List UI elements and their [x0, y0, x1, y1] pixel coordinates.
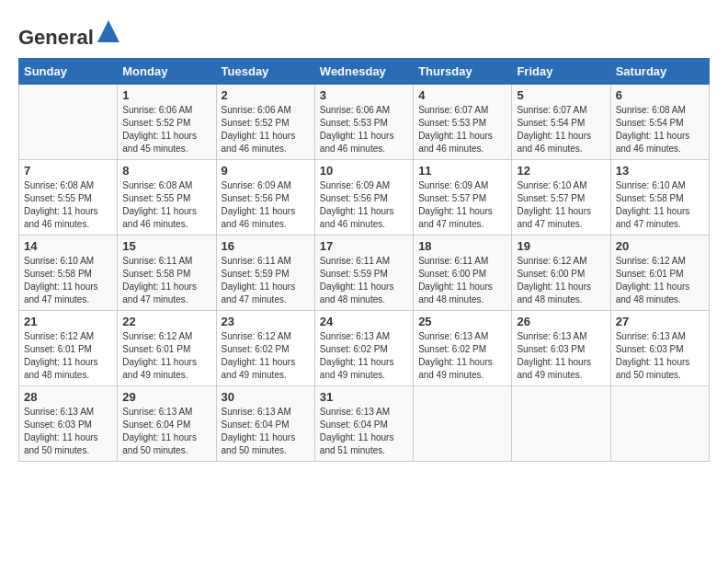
day-number: 18 — [418, 239, 506, 253]
logo-text: General — [18, 18, 121, 49]
day-number: 30 — [222, 390, 310, 404]
day-info: Sunrise: 6:13 AMSunset: 6:02 PMDaylight:… — [320, 330, 408, 382]
day-cell: 26Sunrise: 6:13 AMSunset: 6:03 PMDayligh… — [512, 311, 610, 386]
day-cell: 10Sunrise: 6:09 AMSunset: 5:56 PMDayligh… — [314, 160, 413, 236]
day-info: Sunrise: 6:08 AMSunset: 5:55 PMDaylight:… — [122, 179, 210, 231]
day-cell: 2Sunrise: 6:06 AMSunset: 5:52 PMDaylight… — [216, 85, 314, 160]
header-row: SundayMondayTuesdayWednesdayThursdayFrid… — [19, 59, 710, 85]
day-info: Sunrise: 6:13 AMSunset: 6:04 PMDaylight:… — [222, 406, 310, 457]
day-info: Sunrise: 6:13 AMSunset: 6:03 PMDaylight:… — [517, 330, 605, 382]
day-number: 7 — [24, 164, 112, 178]
day-number: 1 — [122, 88, 210, 102]
day-cell: 27Sunrise: 6:13 AMSunset: 6:03 PMDayligh… — [610, 311, 709, 386]
day-cell: 25Sunrise: 6:13 AMSunset: 6:02 PMDayligh… — [414, 311, 512, 386]
day-number: 19 — [517, 239, 605, 253]
column-header-monday: Monday — [118, 59, 216, 85]
day-number: 15 — [122, 239, 210, 253]
day-info: Sunrise: 6:08 AMSunset: 5:55 PMDaylight:… — [24, 179, 112, 231]
day-number: 28 — [24, 390, 112, 404]
day-info: Sunrise: 6:06 AMSunset: 5:52 PMDaylight:… — [222, 104, 310, 155]
day-cell: 31Sunrise: 6:13 AMSunset: 6:04 PMDayligh… — [314, 386, 413, 462]
day-info: Sunrise: 6:13 AMSunset: 6:04 PMDaylight:… — [320, 406, 408, 457]
day-cell: 13Sunrise: 6:10 AMSunset: 5:58 PMDayligh… — [610, 160, 709, 236]
column-header-tuesday: Tuesday — [216, 59, 314, 85]
day-info: Sunrise: 6:13 AMSunset: 6:04 PMDaylight:… — [122, 406, 210, 457]
logo-icon — [96, 18, 121, 44]
week-row-4: 21Sunrise: 6:12 AMSunset: 6:01 PMDayligh… — [19, 311, 710, 386]
day-info: Sunrise: 6:12 AMSunset: 6:01 PMDaylight:… — [616, 255, 704, 306]
logo-general: General — [18, 26, 94, 49]
day-info: Sunrise: 6:12 AMSunset: 6:01 PMDaylight:… — [122, 330, 210, 382]
day-cell: 12Sunrise: 6:10 AMSunset: 5:57 PMDayligh… — [512, 160, 610, 236]
week-row-1: 1Sunrise: 6:06 AMSunset: 5:52 PMDaylight… — [19, 85, 710, 160]
day-number: 10 — [320, 164, 408, 178]
day-cell — [414, 386, 512, 462]
day-number: 4 — [418, 88, 506, 102]
day-cell: 1Sunrise: 6:06 AMSunset: 5:52 PMDaylight… — [118, 85, 216, 160]
day-cell: 17Sunrise: 6:11 AMSunset: 5:59 PMDayligh… — [314, 236, 413, 311]
day-number: 27 — [616, 315, 704, 328]
day-cell: 20Sunrise: 6:12 AMSunset: 6:01 PMDayligh… — [610, 236, 709, 311]
column-header-wednesday: Wednesday — [314, 59, 413, 85]
day-info: Sunrise: 6:10 AMSunset: 5:57 PMDaylight:… — [517, 179, 605, 231]
column-header-friday: Friday — [512, 59, 610, 85]
day-info: Sunrise: 6:13 AMSunset: 6:03 PMDaylight:… — [616, 330, 704, 382]
day-info: Sunrise: 6:13 AMSunset: 6:03 PMDaylight:… — [24, 406, 112, 457]
day-cell: 9Sunrise: 6:09 AMSunset: 5:56 PMDaylight… — [216, 160, 314, 236]
day-cell: 15Sunrise: 6:11 AMSunset: 5:58 PMDayligh… — [118, 236, 216, 311]
column-header-thursday: Thursday — [414, 59, 512, 85]
day-number: 26 — [517, 315, 605, 328]
day-number: 22 — [122, 315, 210, 328]
day-cell: 14Sunrise: 6:10 AMSunset: 5:58 PMDayligh… — [19, 236, 118, 311]
day-cell: 21Sunrise: 6:12 AMSunset: 6:01 PMDayligh… — [19, 311, 118, 386]
day-number: 16 — [222, 239, 310, 253]
week-row-2: 7Sunrise: 6:08 AMSunset: 5:55 PMDaylight… — [19, 160, 710, 236]
day-number: 11 — [418, 164, 506, 178]
day-info: Sunrise: 6:10 AMSunset: 5:58 PMDaylight:… — [24, 255, 112, 306]
day-info: Sunrise: 6:06 AMSunset: 5:53 PMDaylight:… — [320, 104, 408, 155]
day-info: Sunrise: 6:09 AMSunset: 5:56 PMDaylight:… — [222, 179, 310, 231]
day-number: 8 — [122, 164, 210, 178]
day-cell: 22Sunrise: 6:12 AMSunset: 6:01 PMDayligh… — [118, 311, 216, 386]
day-number: 3 — [320, 88, 408, 102]
day-cell — [19, 85, 118, 160]
day-info: Sunrise: 6:06 AMSunset: 5:52 PMDaylight:… — [122, 104, 210, 155]
day-number: 24 — [320, 315, 408, 328]
day-number: 17 — [320, 239, 408, 253]
week-row-3: 14Sunrise: 6:10 AMSunset: 5:58 PMDayligh… — [19, 236, 710, 311]
day-info: Sunrise: 6:11 AMSunset: 5:58 PMDaylight:… — [122, 255, 210, 306]
day-number: 31 — [320, 390, 408, 404]
day-info: Sunrise: 6:12 AMSunset: 6:01 PMDaylight:… — [24, 330, 112, 382]
svg-marker-0 — [97, 20, 119, 42]
day-cell: 28Sunrise: 6:13 AMSunset: 6:03 PMDayligh… — [19, 386, 118, 462]
day-cell: 23Sunrise: 6:12 AMSunset: 6:02 PMDayligh… — [216, 311, 314, 386]
page-header: General — [18, 18, 710, 49]
day-cell: 16Sunrise: 6:11 AMSunset: 5:59 PMDayligh… — [216, 236, 314, 311]
day-cell: 18Sunrise: 6:11 AMSunset: 6:00 PMDayligh… — [414, 236, 512, 311]
day-info: Sunrise: 6:09 AMSunset: 5:56 PMDaylight:… — [320, 179, 408, 231]
day-cell: 4Sunrise: 6:07 AMSunset: 5:53 PMDaylight… — [414, 85, 512, 160]
day-number: 20 — [616, 239, 704, 253]
day-info: Sunrise: 6:08 AMSunset: 5:54 PMDaylight:… — [616, 104, 704, 155]
day-number: 14 — [24, 239, 112, 253]
day-number: 13 — [616, 164, 704, 178]
day-cell: 7Sunrise: 6:08 AMSunset: 5:55 PMDaylight… — [19, 160, 118, 236]
day-cell — [610, 386, 709, 462]
day-info: Sunrise: 6:09 AMSunset: 5:57 PMDaylight:… — [418, 179, 506, 231]
day-number: 9 — [222, 164, 310, 178]
day-cell: 29Sunrise: 6:13 AMSunset: 6:04 PMDayligh… — [118, 386, 216, 462]
day-number: 29 — [122, 390, 210, 404]
day-info: Sunrise: 6:07 AMSunset: 5:53 PMDaylight:… — [418, 104, 506, 155]
day-number: 21 — [24, 315, 112, 328]
column-header-sunday: Sunday — [19, 59, 118, 85]
day-info: Sunrise: 6:07 AMSunset: 5:54 PMDaylight:… — [517, 104, 605, 155]
day-number: 6 — [616, 88, 704, 102]
day-cell: 8Sunrise: 6:08 AMSunset: 5:55 PMDaylight… — [118, 160, 216, 236]
day-cell — [512, 386, 610, 462]
day-info: Sunrise: 6:13 AMSunset: 6:02 PMDaylight:… — [418, 330, 506, 382]
calendar-table: SundayMondayTuesdayWednesdayThursdayFrid… — [18, 58, 710, 462]
day-number: 2 — [222, 88, 310, 102]
day-info: Sunrise: 6:11 AMSunset: 5:59 PMDaylight:… — [222, 255, 310, 306]
day-cell: 3Sunrise: 6:06 AMSunset: 5:53 PMDaylight… — [314, 85, 413, 160]
day-cell: 24Sunrise: 6:13 AMSunset: 6:02 PMDayligh… — [314, 311, 413, 386]
